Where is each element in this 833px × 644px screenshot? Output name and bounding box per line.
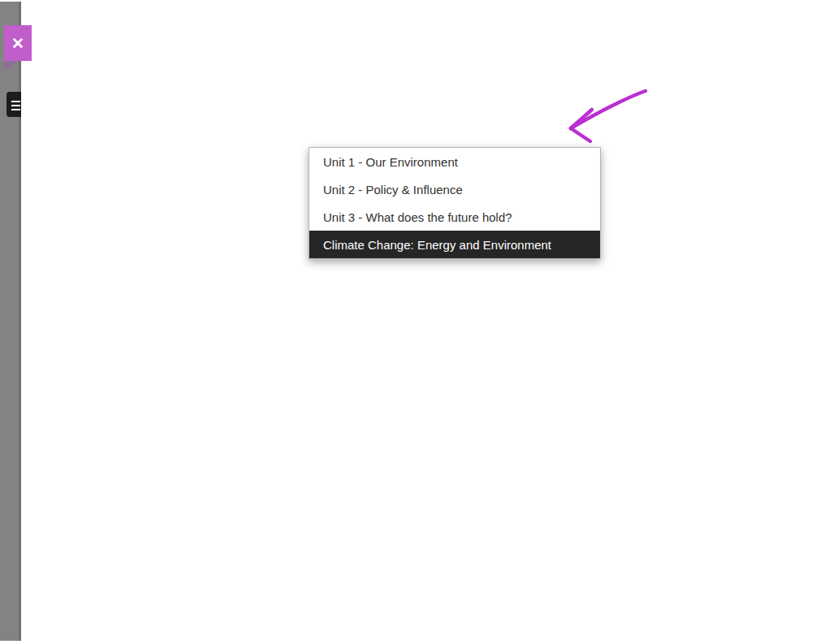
menu-item-unit1[interactable]: Unit 1 - Our Environment [309, 148, 600, 175]
app-window: ✕ Intro to Ecology Climate Change: Energ… [0, 0, 833, 644]
hamburger-icon [11, 101, 20, 102]
menu-item-unit3[interactable]: Unit 3 - What does the future hold? [309, 203, 600, 231]
close-icon: ✕ [11, 34, 24, 53]
menu-item-unit2[interactable]: Unit 2 - Policy & Influence [309, 175, 600, 203]
menu-item-climate-change[interactable]: Climate Change: Energy and Environment [309, 231, 600, 258]
close-button-ribbon-fold [4, 61, 19, 71]
content-panel [21, 2, 831, 641]
hamburger-icon [11, 105, 20, 106]
content-selector-menu: Unit 1 - Our Environment Unit 2 - Policy… [309, 147, 601, 259]
close-panel-button[interactable]: ✕ [4, 25, 32, 61]
hamburger-icon [11, 109, 20, 110]
